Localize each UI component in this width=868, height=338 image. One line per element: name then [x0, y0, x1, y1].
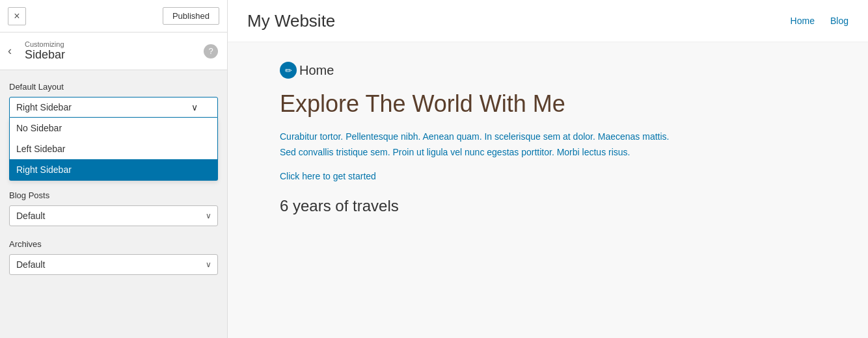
nav-link-home[interactable]: Home — [791, 16, 815, 26]
blog-posts-select[interactable]: Default No Sidebar Left Sidebar Right Si… — [9, 205, 218, 226]
customizing-label: Customizing — [25, 40, 65, 48]
preview-content: ✏ Home Explore The World With Me Curabit… — [228, 42, 868, 338]
dropdown-item-right-sidebar[interactable]: Right Sidebar — [10, 159, 217, 180]
customizer-body: Default Layout Right Sidebar ∨ No Sideba… — [0, 70, 227, 338]
topbar: × Published — [0, 0, 227, 32]
body-text-line2: Sed convallis tristique sem. Proin ut li… — [280, 147, 630, 157]
nav-link-blog[interactable]: Blog — [830, 16, 848, 26]
chevron-down-icon: ∨ — [191, 102, 198, 112]
archives-dropdown-wrapper: Default No Sidebar Left Sidebar Right Si… — [9, 254, 218, 275]
header-info: Customizing Sidebar — [25, 40, 65, 62]
preview-nav: My Website Home Blog — [228, 0, 868, 42]
section-title: Sidebar — [25, 48, 65, 62]
default-layout-dropdown[interactable]: Right Sidebar ∨ No Sidebar Left Sidebar … — [9, 97, 218, 118]
customizer-panel: × Published ‹ Customizing Sidebar ? Defa… — [0, 0, 228, 338]
published-button[interactable]: Published — [163, 7, 219, 25]
archives-label: Archives — [9, 239, 218, 249]
subheading: 6 years of travels — [280, 197, 816, 215]
dropdown-item-no-sidebar[interactable]: No Sidebar — [10, 118, 217, 138]
body-text-line1: Curabitur tortor. Pellentesque nibh. Aen… — [280, 131, 669, 142]
breadcrumb-text: Home — [299, 63, 334, 78]
blog-posts-dropdown-wrapper: Default No Sidebar Left Sidebar Right Si… — [9, 205, 218, 226]
site-title: My Website — [247, 11, 335, 31]
blog-posts-label: Blog Posts — [9, 190, 218, 200]
edit-icon: ✏ — [280, 62, 297, 79]
body-text: Curabitur tortor. Pellentesque nibh. Aen… — [280, 129, 816, 161]
default-layout-label: Default Layout — [9, 82, 218, 92]
dropdown-list: No Sidebar Left Sidebar Right Sidebar — [9, 118, 218, 181]
blog-posts-group: Blog Posts Default No Sidebar Left Sideb… — [9, 190, 218, 226]
help-button[interactable]: ? — [204, 44, 218, 58]
back-button[interactable]: ‹ — [0, 39, 20, 63]
dropdown-item-left-sidebar[interactable]: Left Sidebar — [10, 138, 217, 159]
customizer-header: ‹ Customizing Sidebar ? — [0, 32, 227, 70]
archives-group: Archives Default No Sidebar Left Sidebar… — [9, 239, 218, 275]
default-layout-group: Default Layout Right Sidebar ∨ No Sideba… — [9, 82, 218, 118]
close-button[interactable]: × — [8, 7, 26, 25]
dropdown-trigger[interactable]: Right Sidebar ∨ — [9, 97, 218, 118]
page-heading: Explore The World With Me — [280, 90, 816, 118]
preview-panel: My Website Home Blog ✏ Home Explore The … — [228, 0, 868, 338]
archives-select[interactable]: Default No Sidebar Left Sidebar Right Si… — [9, 254, 218, 275]
dropdown-selected-value: Right Sidebar — [16, 102, 72, 112]
cta-link[interactable]: Click here to get started — [280, 171, 816, 181]
nav-links: Home Blog — [791, 16, 848, 26]
breadcrumb: ✏ Home — [280, 62, 816, 79]
